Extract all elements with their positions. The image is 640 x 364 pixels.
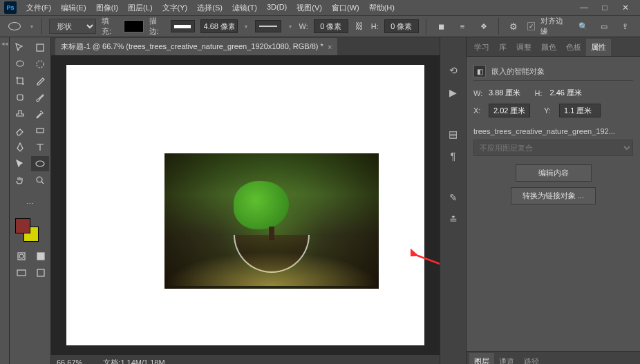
edit-contents-button[interactable]: 编辑内容 [516, 164, 592, 182]
menu-help[interactable]: 帮助(H) [365, 1, 399, 15]
link-dimensions-icon[interactable]: ⛓ [354, 20, 366, 32]
menu-3d[interactable]: 3D(D) [263, 1, 291, 15]
tab-libraries[interactable]: 库 [494, 39, 511, 56]
actions-panel-icon[interactable]: ▶ [445, 84, 462, 101]
zoom-level[interactable]: 66.67% [57, 358, 82, 364]
menu-filter[interactable]: 滤镜(T) [228, 1, 261, 15]
svg-point-1 [17, 61, 23, 66]
minimize-icon[interactable]: — [574, 0, 594, 15]
quick-mask-icon[interactable] [12, 249, 30, 264]
path-select-tool-icon[interactable] [11, 156, 29, 171]
eyedropper-tool-icon[interactable] [31, 73, 49, 88]
stroke-swatch[interactable] [171, 20, 194, 32]
color-controls [11, 217, 49, 247]
layer-comp-select[interactable]: 不应用图层复合 [473, 140, 633, 156]
pen-tool-icon[interactable] [11, 140, 29, 155]
screen-mode-icon[interactable] [12, 265, 30, 280]
type-tool-icon[interactable] [31, 140, 49, 155]
embedded-smart-object[interactable] [164, 153, 379, 289]
ellipsis-icon[interactable]: ⋯ [21, 196, 39, 211]
artboard-tool-icon[interactable] [31, 40, 49, 55]
move-tool-icon[interactable] [11, 40, 29, 55]
menu-image[interactable]: 图像(I) [92, 1, 122, 15]
brush-tool-icon[interactable] [31, 90, 49, 105]
menu-view[interactable]: 视图(V) [292, 1, 326, 15]
height-input[interactable] [384, 19, 419, 33]
main-area: ◂◂ [0, 37, 640, 364]
tab-paths[interactable]: 路径 [519, 353, 544, 364]
history-panel-icon[interactable]: ⟲ [445, 62, 462, 79]
menu-type[interactable]: 文字(Y) [158, 1, 192, 15]
stamp-tool-icon[interactable] [11, 106, 29, 122]
fill-swatch[interactable] [124, 20, 144, 32]
foreground-color-swatch[interactable] [15, 218, 30, 233]
stroke-style-dropdown[interactable] [255, 20, 281, 32]
document-tab[interactable]: 未标题-1 @ 66.7% (trees_trees_creative_natu… [55, 38, 337, 55]
tool-collapse-strip[interactable]: ◂◂ [0, 37, 10, 364]
close-icon[interactable]: ✕ [615, 0, 636, 15]
tab-swatches[interactable]: 色板 [561, 39, 586, 56]
svg-rect-11 [37, 269, 44, 276]
prop-x-input[interactable] [489, 104, 530, 117]
settings-gear-icon[interactable]: ⚙ [506, 18, 522, 35]
tab-adjustments[interactable]: 调整 [511, 39, 536, 56]
path-alignment-icon[interactable]: ≡ [455, 18, 471, 35]
stroke-style-arrow-icon[interactable]: ▾ [287, 23, 293, 30]
svg-point-2 [37, 61, 44, 68]
document-area: 未标题-1 @ 66.7% (trees_trees_creative_natu… [51, 37, 440, 364]
width-label: W: [299, 22, 308, 30]
brush-settings-icon[interactable]: ≛ [445, 211, 462, 228]
screen-mode-fill-icon[interactable] [32, 249, 50, 264]
search-icon[interactable]: 🔍 [575, 18, 592, 35]
ellipse-tool-icon[interactable] [31, 156, 49, 171]
history-brush-tool-icon[interactable] [31, 106, 49, 122]
shape-mode-select[interactable]: 形状 [49, 19, 96, 34]
menu-file[interactable]: 文件(F) [22, 1, 55, 15]
tool-preset-icon[interactable] [7, 19, 23, 33]
path-operations-icon[interactable]: ◼ [433, 18, 449, 35]
svg-rect-10 [17, 270, 26, 276]
stroke-width-dropdown-icon[interactable]: ▾ [243, 23, 250, 30]
menu-window[interactable]: 窗口(W) [328, 1, 364, 15]
hand-tool-icon[interactable] [11, 173, 29, 188]
tab-properties[interactable]: 属性 [586, 39, 611, 56]
gradient-tool-icon[interactable] [31, 123, 49, 138]
align-edges-checkbox[interactable]: ✓ [527, 22, 535, 30]
brushes-panel-icon[interactable]: ✎ [445, 189, 462, 206]
width-input[interactable] [314, 19, 348, 33]
prop-h-value: 2.46 厘米 [549, 88, 581, 98]
options-bar: ▾ 形状 填充: 描边: ▾ ▾ W: ⛓ H: ◼ ≡ ❖ ⚙ ✓ 对齐边缘 … [0, 16, 640, 37]
workspace-icon[interactable]: ▭ [596, 18, 612, 35]
path-arrangement-icon[interactable]: ❖ [476, 18, 491, 35]
healing-tool-icon[interactable] [11, 90, 29, 105]
zoom-tool-icon[interactable] [31, 173, 49, 188]
eraser-tool-icon[interactable] [11, 123, 29, 138]
prop-y-input[interactable] [559, 104, 601, 117]
menu-select[interactable]: 选择(S) [193, 1, 227, 15]
maximize-icon[interactable]: □ [594, 0, 615, 15]
quick-select-tool-icon[interactable] [31, 57, 49, 72]
canvas-viewport[interactable] [51, 55, 440, 355]
doc-size[interactable]: 文档:1.14M/1.18M [103, 358, 164, 365]
lasso-tool-icon[interactable] [11, 57, 29, 72]
crop-tool-icon[interactable] [11, 73, 29, 88]
tab-channels[interactable]: 通道 [494, 353, 519, 364]
tab-color[interactable]: 颜色 [536, 39, 561, 56]
canvas[interactable] [66, 65, 424, 345]
menu-edit[interactable]: 编辑(E) [57, 1, 91, 15]
panel-title: 嵌入的智能对象 [491, 66, 545, 77]
preset-dropdown-icon[interactable]: ▾ [28, 23, 35, 30]
paragraph-panel-icon[interactable]: ¶ [445, 148, 462, 164]
tab-close-icon[interactable]: × [328, 43, 332, 51]
change-screen-icon[interactable] [32, 265, 50, 280]
tab-learn[interactable]: 学习 [469, 39, 494, 56]
character-panel-icon[interactable]: ▤ [445, 126, 462, 142]
layer-name: trees_trees_creative_nature_green_192... [473, 123, 633, 140]
convert-to-linked-button[interactable]: 转换为链接对象 ... [511, 187, 596, 204]
svg-point-5 [36, 161, 44, 166]
share-icon[interactable]: ⇪ [617, 18, 633, 35]
tab-layers[interactable]: 图层 [469, 353, 494, 364]
menu-layer[interactable]: 图层(L) [124, 1, 156, 15]
svg-rect-4 [37, 128, 44, 133]
stroke-width-input[interactable] [200, 19, 238, 33]
